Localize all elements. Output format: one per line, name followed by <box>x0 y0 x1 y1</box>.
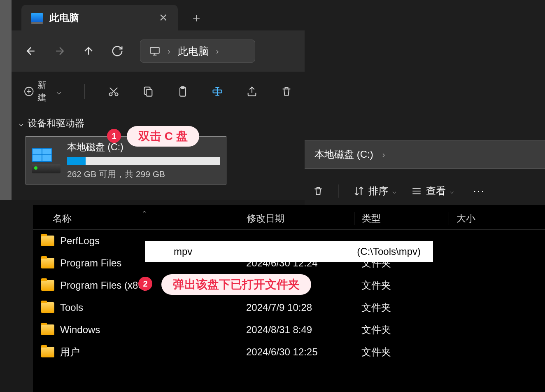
tab-title: 此电脑 <box>49 11 79 24</box>
breadcrumb-c[interactable]: 本地磁盘 (C:) › <box>305 140 545 169</box>
folder-icon <box>41 280 54 291</box>
breadcrumb-text: 此电脑 <box>178 44 209 58</box>
refresh-button[interactable] <box>111 45 123 57</box>
cut-button[interactable] <box>108 86 119 97</box>
view-button[interactable]: 查看 ⌵ <box>411 184 454 198</box>
monitor-icon <box>31 13 43 23</box>
nav-bar: › 此电脑 › <box>12 30 305 72</box>
annotation-badge-1: 1 <box>107 129 121 143</box>
col-date[interactable]: 修改日期 <box>239 212 354 225</box>
chevron-right-icon: › <box>382 150 385 159</box>
up-button[interactable] <box>82 45 95 57</box>
new-tab-button[interactable]: ＋ <box>178 5 215 30</box>
back-button[interactable] <box>25 45 37 57</box>
popup-name: mpv <box>174 246 192 257</box>
table-row[interactable]: Tools 2024/7/9 10:28 文件夹 <box>33 296 545 319</box>
col-name[interactable]: 名称 ⌃ <box>33 212 239 225</box>
tab-this-pc[interactable]: 此电脑 ✕ <box>21 5 178 30</box>
separator <box>84 84 85 99</box>
breadcrumb[interactable]: › 此电脑 › <box>140 40 255 63</box>
chevron-right-icon: › <box>168 47 170 56</box>
chevron-down-icon: ⌵ <box>19 119 23 128</box>
annotation-1: 双击 C 盘 <box>127 126 199 147</box>
copy-button[interactable] <box>142 86 154 97</box>
table-row[interactable]: 用户 2024/6/30 12:25 文件夹 <box>33 341 545 363</box>
separator <box>338 184 339 198</box>
section-label: 设备和驱动器 <box>28 117 84 130</box>
drive-icon <box>32 148 61 173</box>
close-icon[interactable]: ✕ <box>159 12 168 24</box>
new-button[interactable]: 新建 ⌵ <box>24 79 61 104</box>
drive-subtitle: 262 GB 可用，共 299 GB <box>67 168 220 180</box>
window-chrome-left <box>0 15 12 200</box>
annotation-badge-2: 2 <box>138 277 152 291</box>
breadcrumb-text: 本地磁盘 (C:) <box>314 148 373 161</box>
monitor-icon <box>149 47 160 56</box>
sort-label: 排序 <box>368 184 388 198</box>
paste-button[interactable] <box>177 86 189 97</box>
sort-asc-icon: ⌃ <box>142 210 147 217</box>
recent-folder-popup[interactable]: mpv (C:\Tools\mpv) <box>145 241 433 262</box>
col-type[interactable]: 类型 <box>354 212 449 225</box>
explorer-window-this-pc: 此电脑 ✕ ＋ › 此电脑 › 新建 ⌵ <box>12 0 305 200</box>
svg-rect-4 <box>146 89 152 96</box>
drive-info: 本地磁盘 (C:) 262 GB 可用，共 299 GB <box>67 141 220 180</box>
rename-button[interactable] <box>212 86 223 97</box>
share-button[interactable] <box>246 86 258 97</box>
column-headers: 名称 ⌃ 修改日期 类型 大小 <box>33 208 545 230</box>
chevron-down-icon: ⌵ <box>56 86 61 96</box>
drive-usage-bar <box>67 157 220 165</box>
folder-icon <box>41 347 54 357</box>
folder-icon <box>41 236 54 246</box>
tab-bar: 此电脑 ✕ ＋ <box>12 0 305 30</box>
delete-button[interactable] <box>313 186 324 196</box>
toolbar: 新建 ⌵ <box>12 72 305 111</box>
delete-button[interactable] <box>281 86 292 97</box>
chevron-down-icon: ⌵ <box>450 187 454 195</box>
svg-point-3 <box>115 93 118 96</box>
folder-icon <box>41 324 54 335</box>
col-size[interactable]: 大小 <box>449 212 515 225</box>
sort-button[interactable]: 排序 ⌵ <box>354 184 396 198</box>
chevron-right-icon: › <box>216 47 219 56</box>
view-label: 查看 <box>426 184 446 198</box>
svg-rect-0 <box>150 47 159 53</box>
svg-point-2 <box>109 93 112 96</box>
folder-icon <box>41 302 54 313</box>
file-list: 名称 ⌃ 修改日期 类型 大小 PerfLogs Program Files 2… <box>33 205 545 392</box>
folder-icon <box>41 258 54 268</box>
toolbar-right: 排序 ⌵ 查看 ⌵ ··· <box>305 180 545 203</box>
chevron-down-icon: ⌵ <box>392 187 396 195</box>
more-button[interactable]: ··· <box>473 184 485 198</box>
popup-path: (C:\Tools\mpv) <box>357 246 421 257</box>
table-row[interactable]: Windows 2024/8/31 8:49 文件夹 <box>33 319 545 341</box>
new-label: 新建 <box>37 79 54 104</box>
forward-button[interactable] <box>54 45 66 57</box>
annotation-2: 弹出该盘下已打开文件夹 <box>161 274 311 295</box>
